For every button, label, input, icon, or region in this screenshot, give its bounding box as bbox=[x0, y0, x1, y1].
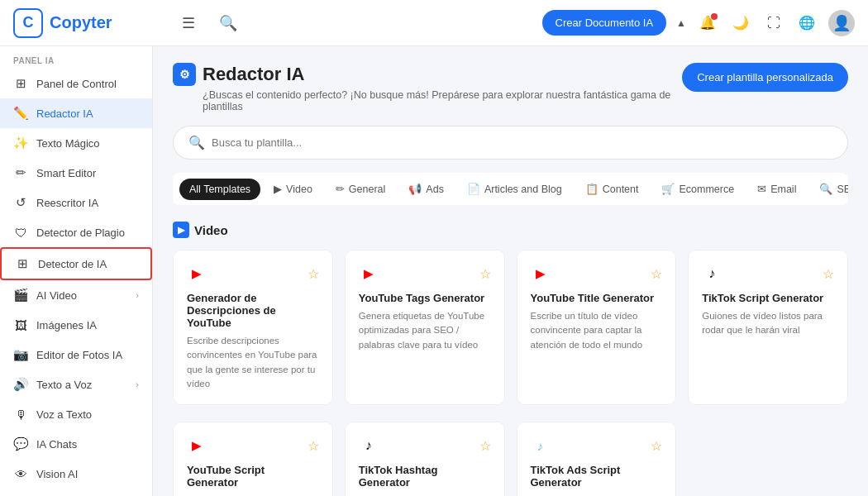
favorite-star-icon-tiktok-script[interactable]: ☆ bbox=[823, 266, 834, 282]
sidebar-label-voz-texto: Voz a Texto bbox=[36, 408, 139, 421]
tab-articles[interactable]: 📄Articles and Blog bbox=[457, 178, 572, 200]
favorite-star-icon-yt-tags[interactable]: ☆ bbox=[479, 266, 491, 282]
card-yt-script[interactable]: ▶ ☆ YouTube Script Generator Crea rápida… bbox=[173, 422, 333, 496]
tab-general[interactable]: ✏General bbox=[326, 178, 395, 200]
sidebar-icon-detector-ia: ⊞ bbox=[15, 256, 30, 271]
card-title-tiktok-hashtag: TikTok Hashtag Generator bbox=[359, 464, 491, 489]
card-top-yt-tags: ▶ ☆ bbox=[359, 264, 491, 284]
tab-label-general: General bbox=[349, 184, 385, 195]
language-icon[interactable]: 🌐 bbox=[795, 12, 818, 35]
card-desc-yt-title: Escribe un título de vídeo convincente p… bbox=[531, 309, 663, 352]
tab-icon-email: ✉ bbox=[757, 183, 766, 195]
main-content: ⚙ Redactor IA ¿Buscas el contenido perfe… bbox=[153, 46, 868, 496]
tab-icon-general: ✏ bbox=[336, 183, 345, 195]
sidebar-label-ia-chats: IA Chats bbox=[36, 438, 139, 451]
sidebar-item-panel-control[interactable]: ⊞ Panel de Control bbox=[0, 69, 152, 98]
favorite-star-icon-yt-desc[interactable]: ☆ bbox=[308, 266, 319, 282]
logo-area: C Copyter bbox=[13, 8, 162, 38]
card-tiktok-hashtag[interactable]: ♪ ☆ TikTok Hashtag Generator Generate Ti… bbox=[345, 422, 505, 496]
sidebar-label-smart-editor: Smart Editor bbox=[36, 167, 139, 179]
tab-email[interactable]: ✉Email bbox=[747, 178, 806, 200]
sidebar-item-redactor-ia[interactable]: ✏️ Redactor IA bbox=[0, 98, 152, 128]
crear-documento-button[interactable]: Crear Documento IA bbox=[542, 10, 667, 36]
card-title-yt-script: YouTube Script Generator bbox=[187, 464, 319, 489]
sidebar-icon-detector-plagio: 🛡 bbox=[13, 225, 28, 240]
card-title-yt-title: YouTube Title Generator bbox=[531, 292, 663, 304]
sidebar-icon-redactor-ia: ✏️ bbox=[13, 106, 28, 121]
sidebar-label-texto-magico: Texto Mágico bbox=[36, 137, 139, 150]
tab-label-ecommerce: Ecommerce bbox=[679, 184, 734, 195]
sidebar-item-texto-voz[interactable]: 🔊 Texto a Voz › bbox=[0, 370, 152, 399]
card-yt-desc[interactable]: ▶ ☆ Generador de Descripciones de YouTub… bbox=[173, 250, 333, 405]
search-bar-icon: 🔍 bbox=[188, 135, 205, 150]
logo-icon: C bbox=[13, 8, 43, 38]
sidebar-icon-reescritor-ia: ↺ bbox=[13, 195, 28, 210]
page-title-area: ⚙ Redactor IA ¿Buscas el contenido perfe… bbox=[173, 63, 682, 112]
sidebar-icon-vision-ai: 👁 bbox=[13, 466, 28, 481]
header-controls: ☰ 🔍 bbox=[175, 10, 529, 36]
favorite-star-icon-yt-script[interactable]: ☆ bbox=[308, 438, 319, 454]
sidebar-label-vision-ai: Vision AI bbox=[36, 468, 139, 480]
menu-icon[interactable]: ☰ bbox=[175, 10, 202, 36]
sidebar-item-ia-chats[interactable]: 💬 IA Chats bbox=[0, 429, 152, 459]
notification-badge bbox=[711, 13, 718, 20]
notification-bell-icon[interactable]: 🔔 bbox=[696, 12, 719, 35]
header-right: Crear Documento IA ▲ 🔔 🌙 ⛶ 🌐 👤 bbox=[542, 10, 855, 36]
sidebar-icon-imagenes-ia: 🖼 bbox=[13, 317, 28, 332]
main-layout: PANEL IA ⊞ Panel de Control ✏️ Redactor … bbox=[0, 46, 868, 496]
card-top-yt-script: ▶ ☆ bbox=[187, 436, 319, 455]
sidebar-item-voz-texto[interactable]: 🎙 Voz a Texto bbox=[0, 399, 152, 429]
sidebar-item-ai-video[interactable]: 🎬 AI Video › bbox=[0, 280, 152, 310]
card-tiktok-script[interactable]: ♪ ☆ TikTok Script Generator Guiones de v… bbox=[688, 250, 848, 405]
video-section-icon: ▶ bbox=[173, 222, 189, 238]
page-subtitle: ¿Buscas el contenido perfecto? ¡No busqu… bbox=[203, 89, 682, 112]
sidebar-label-detector-ia: Detector de IA bbox=[38, 258, 137, 270]
tab-ecommerce[interactable]: 🛒Ecommerce bbox=[651, 178, 744, 200]
sidebar-item-texto-magico[interactable]: ✨ Texto Mágico bbox=[0, 128, 152, 158]
sidebar-item-smart-editor[interactable]: ✏ Smart Editor bbox=[0, 158, 152, 188]
favorite-star-icon-tiktok-ads[interactable]: ☆ bbox=[651, 438, 662, 454]
sidebar-icon-ai-video: 🎬 bbox=[13, 288, 28, 303]
card-top-tiktok-hashtag: ♪ ☆ bbox=[359, 436, 491, 455]
tab-icon-seo: 🔍 bbox=[819, 183, 832, 195]
sidebar-label-redactor-ia: Redactor IA bbox=[36, 107, 139, 120]
sidebar-item-editor-fotos[interactable]: 📷 Editor de Fotos IA bbox=[0, 340, 152, 370]
card-tiktok-ads[interactable]: ♪ ☆ TikTok Ads Script Generator Create a… bbox=[517, 422, 677, 496]
tab-ads[interactable]: 📢Ads bbox=[398, 178, 454, 200]
fullscreen-icon[interactable]: ⛶ bbox=[762, 12, 785, 35]
tab-video[interactable]: ▶Video bbox=[264, 178, 322, 200]
sidebar-icon-ia-chats: 💬 bbox=[13, 436, 28, 451]
tabs-bar: All Templates▶Video✏General📢Ads📄Articles… bbox=[173, 173, 848, 205]
tab-all[interactable]: All Templates bbox=[179, 179, 260, 200]
sidebar-item-detector-ia[interactable]: ⊞ Detector de IA bbox=[0, 247, 152, 280]
tab-icon-ecommerce: 🛒 bbox=[661, 183, 675, 195]
tab-icon-content: 📋 bbox=[585, 183, 599, 195]
sidebar-label-imagenes-ia: Imágenes IA bbox=[36, 319, 139, 331]
user-avatar[interactable]: 👤 bbox=[828, 10, 855, 36]
card-title-yt-tags: YouTube Tags Generator bbox=[359, 292, 491, 304]
card-desc-yt-tags: Genera etiquetas de YouTube optimizadas … bbox=[359, 309, 491, 352]
tab-label-all: All Templates bbox=[189, 184, 250, 195]
sidebar-label-texto-voz: Texto a Voz bbox=[36, 379, 127, 391]
search-input[interactable] bbox=[212, 136, 832, 149]
tab-seo[interactable]: 🔍SEO bbox=[809, 178, 848, 200]
tab-content[interactable]: 📋Content bbox=[575, 178, 649, 200]
sidebar-label-ai-video: AI Video bbox=[36, 289, 127, 302]
sidebar-item-reescritor-ia[interactable]: ↺ Reescritor IA bbox=[0, 188, 152, 217]
sidebar-item-vision-ai[interactable]: 👁 Vision AI bbox=[0, 459, 152, 489]
sidebar-item-detector-plagio[interactable]: 🛡 Detector de Plagio bbox=[0, 217, 152, 247]
tab-icon-articles: 📄 bbox=[467, 183, 480, 195]
favorite-star-icon-tiktok-hashtag[interactable]: ☆ bbox=[479, 438, 491, 454]
dark-mode-icon[interactable]: 🌙 bbox=[729, 12, 752, 35]
search-icon[interactable]: 🔍 bbox=[215, 10, 241, 36]
sidebar-item-imagenes-ia[interactable]: 🖼 Imágenes IA bbox=[0, 310, 152, 340]
crear-plantilla-button[interactable]: Crear plantilla personalizada bbox=[682, 63, 848, 92]
card-yt-tags[interactable]: ▶ ☆ YouTube Tags Generator Genera etique… bbox=[345, 250, 505, 405]
favorite-star-icon-yt-title[interactable]: ☆ bbox=[651, 266, 662, 282]
cards-grid-row1: ▶ ☆ Generador de Descripciones de YouTub… bbox=[173, 250, 848, 405]
sidebar-icon-panel-control: ⊞ bbox=[13, 76, 28, 91]
tab-icon-video: ▶ bbox=[274, 183, 282, 195]
tab-icon-ads: 📢 bbox=[408, 183, 422, 195]
tab-label-video: Video bbox=[286, 184, 312, 195]
card-yt-title[interactable]: ▶ ☆ YouTube Title Generator Escribe un t… bbox=[517, 250, 677, 405]
